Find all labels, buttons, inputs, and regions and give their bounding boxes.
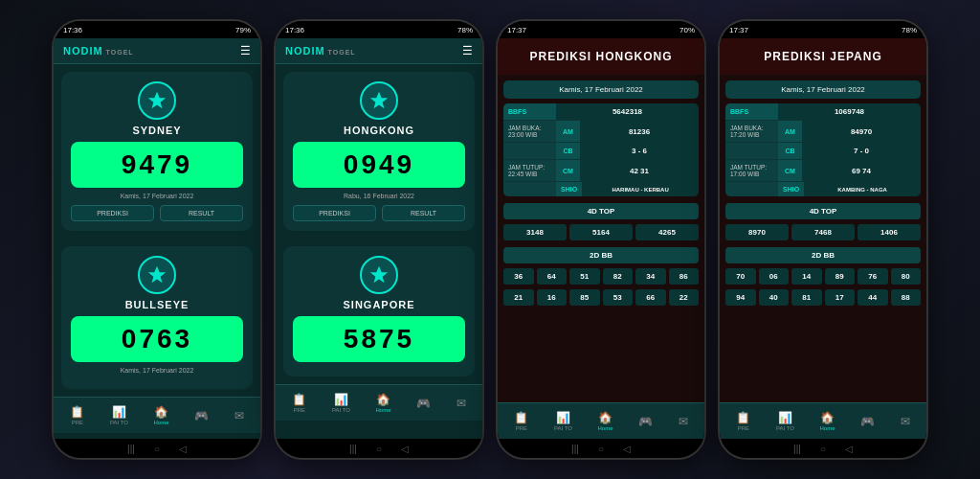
prediksi-btn-sydney[interactable]: PREDIKSI [71,205,154,221]
nav-mail-2[interactable]: ✉ [457,397,466,410]
app-logo-1: NODIM TOGEL [63,45,134,57]
bb2d-hk-r2-3: 53 [603,289,634,306]
home-bar-2: ||| ○ ◁ [276,439,482,458]
bb2d-jp-r2-5: 88 [891,289,922,306]
jam-buka-label-jp: JAM BUKA:17:20 WIB [725,121,778,142]
status-battery-1: 79% [235,26,251,34]
bb2d-hk-row1: 36 64 51 82 34 86 [503,268,699,285]
bb2d-jp-row2: 94 40 81 17 44 88 [725,289,921,306]
svg-marker-1 [148,266,166,283]
nav-pre-2[interactable]: 📋 PRE [292,393,306,413]
section-2d-jp: 2D BB [725,247,921,263]
section-4d-jp: 4D TOP [725,203,921,219]
svg-marker-3 [370,266,388,283]
am-label-jp: AM [778,121,802,142]
bbfs-value: 5642318 [556,103,699,120]
nav-mail-1[interactable]: ✉ [234,409,244,422]
nav-game-4[interactable]: 🎮 [860,415,875,428]
card-title-hongkong: HONGKONG [344,125,414,136]
cb-spacer-jp [725,143,778,159]
nav-game-3[interactable]: 🎮 [638,415,653,428]
nav-pre-3[interactable]: 📋 PRE [514,411,528,431]
cb-value: 3 - 6 [580,143,699,159]
bottom-nav-4: 📋 PRE 📊 PAI TO 🏠 Home 🎮 ✉ [720,402,926,439]
bbfs-label: BBFS [503,103,556,120]
status-time-4: 17:37 [729,26,748,34]
card-sydney: SYDNEY 9479 Kamis, 17 Februari 2022 PRED… [61,72,253,231]
phone-sydney: 17:36 79% NODIM TOGEL ☰ SYDNEY 9479 K [52,19,262,460]
bb2d-hk-r1-4: 34 [635,268,666,285]
nav-pre-1[interactable]: 📋 PRE [70,405,84,425]
prediksi-btn-hongkong[interactable]: PREDIKSI [293,205,376,221]
number-display-bullseye: 0763 [71,316,243,362]
bb2d-jp-r2-4: 44 [858,289,888,306]
am-value-jp: 84970 [802,121,921,142]
result-btn-sydney[interactable]: RESULT [160,205,243,221]
card-icon-bullseye [138,256,176,294]
pred-row-jam-tutup-jp: JAM TUTUP:17:00 WIB CM 69 74 [725,160,921,182]
nav-paito-1[interactable]: 📊 PAI TO [110,405,128,425]
hamburger-menu-2[interactable]: ☰ [462,44,473,57]
nav-paito-2[interactable]: 📊 PAI TO [332,393,350,413]
screen-1: NODIM TOGEL ☰ SYDNEY 9479 Kamis, 17 Febr… [54,38,260,439]
status-time-3: 17:37 [507,26,526,34]
nav-home-2[interactable]: 🏠 Home [376,393,391,413]
bb2d-hk-r1-2: 51 [569,268,600,285]
cb-label-jp: CB [778,143,802,159]
nav-paito-4[interactable]: 📊 PAI TO [776,411,794,431]
pred-row-jam-buka: JAM BUKA:23:00 WIB AM 81236 [503,121,699,143]
bb2d-hk-r2-0: 21 [503,289,534,306]
nav-home-4[interactable]: 🏠 Home [820,411,835,431]
jam-tutup-label: JAM TUTUP:22:45 WIB [503,160,556,181]
pred-title-jp: PREDIKSI JEPANG [727,50,919,63]
number-text-sydney: 9479 [122,149,192,179]
card-icon-singapore [360,256,398,294]
bb2d-hk-r2-1: 16 [537,289,568,306]
bb2d-hk-row2: 21 16 85 53 66 22 [503,289,699,306]
phones-container: 17:36 79% NODIM TOGEL ☰ SYDNEY 9479 K [42,10,938,469]
pred-content-jp: Kamis, 17 Februari 2022 BBFS 1069748 JAM… [720,75,926,402]
top4d-jp-1: 7468 [791,224,855,240]
hamburger-menu-1[interactable]: ☰ [240,44,251,57]
status-battery-2: 78% [457,26,473,34]
svg-marker-0 [148,92,166,108]
top4d-jp: 8970 7468 1406 [725,224,921,240]
bb2d-jp-r1-0: 70 [725,268,756,285]
home-bar-3: ||| ○ ◁ [498,439,704,458]
nav-home-3[interactable]: 🏠 Home [598,411,613,431]
card-title-sydney: SYDNEY [132,125,181,136]
bbfs-value-jp: 1069748 [778,103,921,120]
screen-3: PREDIKSI HONGKONG Kamis, 17 Februari 202… [498,38,704,439]
nav-home-1[interactable]: 🏠 Home [154,405,169,425]
bb2d-jp-r2-1: 40 [759,289,790,306]
nav-pre-4[interactable]: 📋 PRE [736,411,750,431]
nav-paito-3[interactable]: 📊 PAI TO [554,411,572,431]
top4d-hk-1: 5164 [569,224,633,240]
am-value: 81236 [580,121,699,142]
svg-marker-2 [370,92,388,108]
card-buttons-sydney: PREDIKSI RESULT [71,205,243,221]
cm-value: 42 31 [580,160,699,181]
bb2d-hk-r2-2: 85 [569,289,600,306]
nav-game-1[interactable]: 🎮 [194,409,209,422]
top4d-jp-2: 1406 [858,224,921,240]
pred-row-shio: SHIO HARIMAU - KERBAU [503,182,699,196]
phone-pred-hk: 17:37 70% PREDIKSI HONGKONG Kamis, 17 Fe… [496,19,706,460]
cm-label: CM [556,160,580,181]
bb2d-hk-r1-0: 36 [503,268,534,285]
shio-label: SHIO [556,182,582,196]
nav-mail-3[interactable]: ✉ [679,415,688,428]
bb2d-hk-r1-3: 82 [603,268,634,285]
bb2d-jp-r1-4: 76 [858,268,888,285]
bb2d-jp-r2-3: 17 [825,289,856,306]
cm-label-jp: CM [778,160,802,181]
status-battery-4: 78% [902,26,917,34]
nav-game-2[interactable]: 🎮 [416,397,431,410]
shio-value: HARIMAU - KERBAU [582,182,699,196]
pred-row-jam-tutup: JAM TUTUP:22:45 WIB CM 42 31 [503,160,699,182]
jam-buka-label: JAM BUKA:23:00 WIB [503,121,556,142]
cm-value-jp: 69 74 [802,160,921,181]
nav-mail-4[interactable]: ✉ [901,415,910,428]
pred-title-hk: PREDIKSI HONGKONG [505,50,697,63]
result-btn-hongkong[interactable]: RESULT [382,205,465,221]
